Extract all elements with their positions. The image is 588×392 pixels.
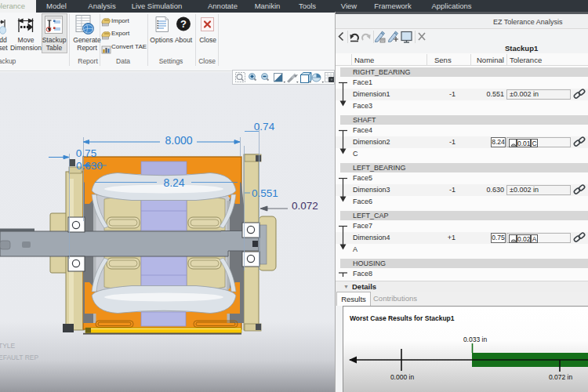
svg-text:EFAULT REP: EFAULT REP xyxy=(0,354,39,361)
svg-text:8.000: 8.000 xyxy=(165,134,192,147)
svg-text:TYLE: TYLE xyxy=(0,342,16,350)
svg-text:Worst Case Results for Stackup: Worst Case Results for Stackup1 xyxy=(350,314,455,322)
svg-text:0.072: 0.072 xyxy=(292,200,318,212)
svg-text:0.551: 0.551 xyxy=(252,187,278,199)
svg-text:8.24: 8.24 xyxy=(163,176,184,189)
svg-text:0.74: 0.74 xyxy=(254,121,275,132)
svg-text:0.033 in: 0.033 in xyxy=(463,336,488,343)
svg-text:0.000 in: 0.000 in xyxy=(390,373,415,381)
svg-text:0.072 in: 0.072 in xyxy=(549,373,573,381)
svg-text:0.75: 0.75 xyxy=(76,147,96,159)
svg-text:?: ? xyxy=(180,18,187,30)
svg-text:0.630: 0.630 xyxy=(76,160,103,172)
